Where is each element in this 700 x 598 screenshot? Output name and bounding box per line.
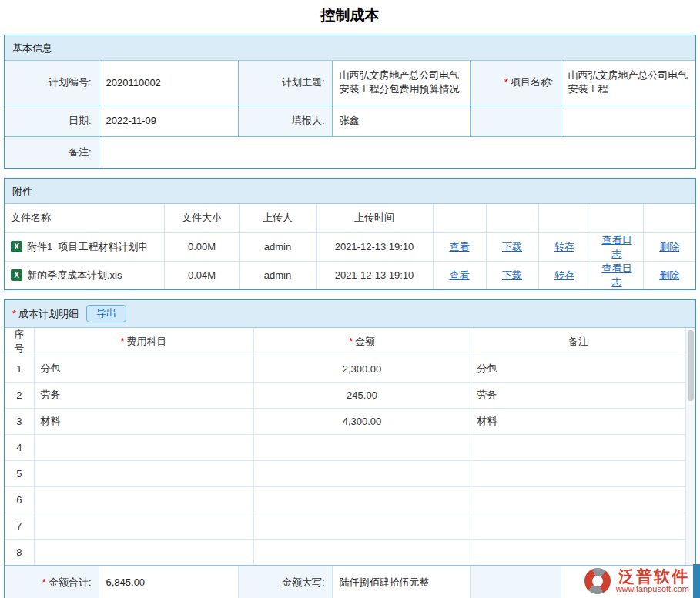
view-link[interactable]: 查看	[450, 241, 470, 252]
expense-subject	[34, 460, 253, 486]
total-amount-value: 6,845.00	[99, 566, 238, 598]
delete-link[interactable]: 删除	[659, 241, 679, 252]
col-file-size: 文件大小	[164, 204, 239, 232]
attachments-section: 附件 文件名称 文件大小 上传人 上传时间 X附件1_项目工程材料计划申 0.0…	[4, 178, 696, 290]
plan-subject-label: 计划主题:	[238, 61, 332, 105]
empty-label-cell	[470, 105, 561, 136]
amount: 2,300.00	[253, 356, 471, 382]
file-upload-time: 2021-12-13 19:10	[316, 232, 433, 261]
cost-table: 序号 *费用科目 *金额 备注 1 分包 2,300.00 分包 2 劳务 24…	[5, 328, 685, 566]
col-actions-4	[591, 204, 643, 232]
expense-subject: 分包	[34, 356, 253, 382]
remark: 材料	[471, 408, 685, 434]
required-asterisk: *	[42, 576, 46, 588]
project-name-value: 山西弘文房地产总公司电气安装工程	[561, 61, 695, 105]
col-expense-subject: *费用科目	[34, 328, 253, 356]
amount	[253, 434, 471, 460]
total-caps-label: 金额大写:	[238, 566, 332, 598]
empty-value-cell	[561, 105, 695, 136]
export-button[interactable]: 导出	[86, 305, 126, 322]
cost-details-header: *成本计划明细 导出	[5, 300, 695, 328]
download-link[interactable]: 下载	[502, 269, 522, 281]
excel-file-icon: X	[11, 269, 22, 281]
cost-row: 8	[5, 539, 685, 565]
remark: 分包	[471, 356, 685, 382]
required-asterisk: *	[12, 308, 16, 319]
watermark-url: www.fanpusoft.com	[616, 585, 689, 594]
cost-table-area: 序号 *费用科目 *金额 备注 1 分包 2,300.00 分包 2 劳务 24…	[5, 328, 695, 566]
basic-info-table: 计划编号: 2020110002 计划主题: 山西弘文房地产总公司电气安装工程分…	[5, 61, 695, 168]
fanpu-logo-icon	[584, 568, 611, 594]
page-title: 控制成本	[0, 0, 700, 35]
delete-link[interactable]: 删除	[659, 269, 679, 281]
expense-subject	[34, 434, 253, 460]
view-log-link[interactable]: 查看日志	[602, 262, 632, 288]
reporter-value: 张鑫	[332, 105, 470, 136]
attachments-header: 附件	[5, 179, 695, 204]
project-name-label: *项目名称:	[470, 61, 561, 105]
table-scrollbar[interactable]	[685, 328, 695, 566]
expense-subject	[34, 513, 253, 539]
vendor-watermark: 泛普软件 www.fanpusoft.com	[584, 568, 689, 594]
view-log-link[interactable]: 查看日志	[602, 234, 632, 259]
col-index: 序号	[5, 328, 34, 356]
date-value: 2022-11-09	[99, 105, 238, 136]
required-asterisk: *	[120, 336, 124, 347]
cost-row: 2 劳务 245.00 劳务	[5, 382, 685, 408]
date-label: 日期:	[5, 105, 99, 136]
attachment-row: X新的季度成本计划.xls 0.04M admin 2021-12-13 19:…	[5, 261, 695, 289]
amount: 4,300.00	[253, 408, 471, 434]
amount	[253, 460, 471, 486]
cost-row: 5	[5, 460, 685, 486]
required-asterisk: *	[504, 76, 508, 88]
scrollbar-thumb[interactable]	[688, 330, 694, 401]
attachment-row: X附件1_项目工程材料计划申 0.00M admin 2021-12-13 19…	[5, 232, 695, 261]
remark: 劳务	[471, 382, 685, 408]
col-amount: *金额	[253, 328, 471, 356]
corner-scrollbar-accent	[693, 564, 700, 598]
file-upload-time: 2021-12-13 19:10	[316, 261, 433, 289]
row-index: 7	[5, 513, 34, 539]
col-upload-time: 上传时间	[316, 204, 433, 232]
remark	[471, 539, 685, 565]
col-file-name: 文件名称	[5, 204, 164, 232]
col-remark: 备注	[471, 328, 685, 356]
file-name: 新的季度成本计划.xls	[27, 269, 122, 282]
col-actions-1	[433, 204, 486, 232]
plan-number-value: 2020110002	[99, 61, 238, 105]
plan-number-label: 计划编号:	[5, 61, 99, 105]
file-name: 附件1_项目工程材料计划申	[27, 240, 148, 254]
cost-row: 7	[5, 513, 685, 539]
excel-file-icon: X	[11, 241, 22, 252]
row-index: 3	[5, 408, 34, 434]
transfer-save-link[interactable]: 转存	[554, 269, 574, 281]
expense-subject: 材料	[34, 408, 253, 434]
row-index: 2	[5, 382, 34, 408]
amount	[253, 486, 471, 513]
basic-info-section: 基本信息 计划编号: 2020110002 计划主题: 山西弘文房地产总公司电气…	[4, 35, 696, 169]
file-uploader: admin	[239, 232, 316, 261]
col-uploader: 上传人	[239, 204, 316, 232]
col-actions-3	[538, 204, 591, 232]
view-link[interactable]: 查看	[450, 269, 470, 281]
file-size: 0.00M	[164, 232, 239, 261]
cost-row: 3 材料 4,300.00 材料	[5, 408, 685, 434]
amount: 245.00	[253, 382, 471, 408]
transfer-save-link[interactable]: 转存	[554, 241, 574, 252]
watermark-brand: 泛普软件	[618, 568, 689, 585]
row-index: 4	[5, 434, 34, 460]
file-uploader: admin	[239, 261, 316, 289]
reporter-label: 填报人:	[238, 105, 332, 136]
cost-details-section: *成本计划明细 导出 序号 *费用科目 *金额 备注 1 分包 2,300.00…	[4, 299, 696, 598]
basic-info-title: 基本信息	[12, 35, 52, 61]
attachments-table: 文件名称 文件大小 上传人 上传时间 X附件1_项目工程材料计划申 0.00M …	[5, 204, 695, 289]
remark-label: 备注:	[5, 136, 99, 168]
download-link[interactable]: 下载	[502, 241, 522, 252]
amount	[253, 539, 471, 565]
basic-info-header: 基本信息	[5, 35, 695, 61]
amount	[253, 513, 471, 539]
required-asterisk: *	[349, 336, 353, 347]
file-size: 0.04M	[164, 261, 239, 289]
col-actions-5	[643, 204, 695, 232]
row-index: 8	[5, 539, 34, 565]
